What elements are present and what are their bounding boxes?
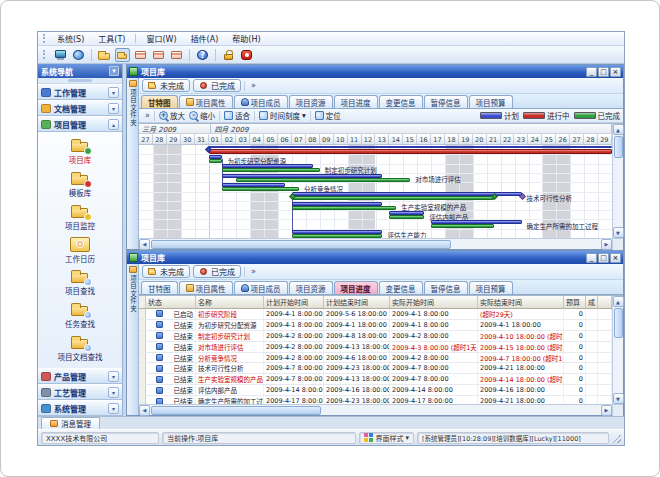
column-header-4[interactable]: 计划结束时间 — [324, 296, 390, 308]
table-row[interactable]: 已结束为初步研究分配资源2009-4-1 8:00:002009-4-1 18:… — [139, 320, 612, 331]
gantt-done-bar[interactable] — [292, 234, 382, 238]
menu-item-1[interactable]: 系统(S) — [50, 32, 91, 45]
table-row[interactable]: 已结束技术可行性分析2009-4-7 8:00:002009-4-23 18:0… — [139, 363, 612, 374]
sidebar-group-1[interactable]: 工作管理▾ — [38, 84, 122, 100]
scroll-thumb[interactable] — [614, 308, 623, 338]
interface-style-dropdown[interactable]: 界面样式 ▾ — [359, 432, 414, 444]
scroll-left-icon[interactable]: ◀ — [139, 239, 150, 250]
menu-item-5[interactable]: 帮助(H) — [225, 32, 267, 45]
gantt-done-bar[interactable] — [431, 224, 494, 228]
gantt-tool-2[interactable]: -缩小 — [189, 110, 215, 121]
menu-item-4[interactable]: 插件(A) — [184, 32, 226, 45]
chevron-down-icon[interactable]: ▾ — [108, 387, 119, 398]
lock-icon[interactable] — [221, 48, 236, 62]
column-header-6[interactable]: 实际结束时间 — [478, 296, 564, 308]
gantt-done-bar[interactable] — [389, 215, 424, 219]
table-vertical-scrollbar[interactable]: ▲ ▼ — [612, 296, 623, 404]
folder-icon[interactable] — [97, 48, 112, 62]
scroll-up-icon[interactable]: ▲ — [613, 296, 624, 307]
message-icon-3[interactable] — [169, 48, 184, 62]
stop-icon[interactable] — [239, 48, 254, 62]
scroll-down-icon[interactable]: ▼ — [613, 393, 624, 404]
minimize-icon[interactable]: _ — [586, 67, 597, 77]
tab-甘特图[interactable]: 甘特图 — [141, 281, 178, 294]
scroll-right-icon[interactable]: ▶ — [601, 239, 612, 250]
overflow-chevron-icon[interactable]: » — [145, 111, 150, 120]
chevron-up-icon[interactable]: ▴ — [108, 119, 119, 130]
column-header-7[interactable]: 预算 — [564, 296, 586, 308]
side-tab-project-folders[interactable]: 项目文件夹 — [127, 264, 139, 415]
resize-grip[interactable] — [613, 433, 621, 443]
close-icon[interactable]: × — [610, 67, 621, 77]
sidebar-item-link[interactable]: 项目监控 — [65, 204, 95, 231]
sidebar-group-4[interactable]: 产品管理▾ — [38, 368, 122, 384]
sidebar-item-link[interactable]: 工作日历 — [65, 237, 95, 264]
tab-项目预算[interactable]: 项目预算 — [469, 281, 513, 294]
finished-button[interactable]: 已完成 — [193, 79, 241, 92]
menu-item-3[interactable]: 窗口(W) — [139, 32, 183, 45]
scroll-thumb[interactable] — [614, 136, 623, 158]
scroll-right-icon[interactable]: ▶ — [601, 405, 612, 416]
minimize-icon[interactable]: _ — [586, 253, 597, 263]
tab-项目资源[interactable]: 项目资源 — [289, 281, 333, 294]
maximize-icon[interactable]: □ — [598, 253, 609, 263]
close-icon[interactable]: × — [610, 253, 621, 263]
gantt-horizontal-scrollbar[interactable]: ◀ ▶ — [139, 238, 623, 249]
maximize-icon[interactable]: □ — [598, 67, 609, 77]
tab-项目成员[interactable]: 项目成员 — [234, 281, 288, 294]
sidebar-group-5[interactable]: 工艺管理▾ — [38, 384, 122, 400]
tab-暂停信息[interactable]: 暂停信息 — [424, 281, 468, 294]
gantt-done-bar[interactable] — [292, 206, 396, 210]
gantt-plan-bar[interactable] — [292, 202, 382, 206]
computer-icon[interactable] — [53, 48, 68, 62]
tab-项目预算[interactable]: 项目预算 — [469, 95, 513, 108]
table-row[interactable]: 已结束确定生产所需的加工过程2009-4-17 8:00:002009-4-23… — [139, 396, 612, 404]
sidebar-item-link[interactable]: 模板库 — [69, 171, 92, 198]
scroll-left-icon[interactable]: ◀ — [139, 405, 150, 416]
table-row[interactable]: 已结束对市场进行评估2009-4-2 8:00:002009-4-13 18:0… — [139, 342, 612, 353]
overflow-chevron-icon[interactable]: » — [251, 267, 256, 276]
help-icon[interactable] — [195, 48, 210, 62]
chevron-down-icon[interactable]: ▾ — [108, 371, 119, 382]
gantt-done-bar[interactable] — [222, 187, 299, 191]
folder-open-icon[interactable] — [115, 48, 130, 62]
chevron-down-icon[interactable]: ▾ — [108, 87, 119, 98]
tab-甘特图[interactable]: 甘特图 — [141, 95, 178, 108]
sidebar-group-2[interactable]: 文档管理▾ — [38, 100, 122, 116]
tab-message-management[interactable]: 消息管理 — [41, 417, 100, 429]
message-icon-2[interactable] — [151, 48, 166, 62]
sidebar-group-3[interactable]: 项目管理▴ — [38, 116, 122, 132]
tab-项目进度[interactable]: 项目进度 — [334, 281, 378, 294]
globe-icon[interactable] — [71, 48, 86, 62]
unfinished-button[interactable]: 未完成 — [142, 79, 190, 92]
sidebar-item-link[interactable]: 项目文档查找 — [58, 335, 103, 362]
toolbar-grip[interactable] — [43, 50, 45, 59]
gantt-summary-plan-bar[interactable] — [209, 146, 612, 148]
gantt-vertical-scrollbar[interactable]: ▲ ▼ — [612, 124, 623, 238]
tab-变更信息[interactable]: 变更信息 — [379, 281, 423, 294]
table-row[interactable]: 已结束评估内部产品2009-4-14 8:00:002009-4-16 18:0… — [139, 385, 612, 396]
sidebar-item-link[interactable]: 项目查找 — [65, 269, 95, 296]
column-header-3[interactable]: 计划开始时间 — [264, 296, 324, 308]
menu-item-2[interactable]: 工具(T) — [91, 32, 132, 45]
chevron-down-icon[interactable]: ▾ — [108, 403, 119, 414]
overflow-chevron-icon[interactable]: » — [251, 81, 256, 90]
panel-titlebar[interactable]: 项目库 _ □ × — [127, 65, 623, 78]
tab-项目进度[interactable]: 项目进度 — [334, 95, 378, 108]
gantt-done-bar[interactable] — [292, 196, 494, 200]
column-header-5[interactable]: 实际开始时间 — [390, 296, 478, 308]
scroll-up-icon[interactable]: ▲ — [613, 124, 624, 135]
table-horizontal-scrollbar[interactable]: ◀ ▶ — [139, 404, 623, 415]
tab-项目属性[interactable]: 项目属性 — [179, 95, 233, 108]
menubar-grip[interactable] — [43, 34, 45, 43]
side-tab-project-folders[interactable]: 项目文件夹 — [127, 78, 139, 249]
gantt-tool-4[interactable]: 时间刻度▾ — [259, 110, 306, 121]
tab-项目属性[interactable]: 项目属性 — [179, 281, 233, 294]
message-icon-1[interactable] — [133, 48, 148, 62]
unfinished-button[interactable]: 未完成 — [142, 265, 190, 278]
gantt-tool-1[interactable]: +放大 — [159, 110, 185, 121]
table-row[interactable]: 已结束制定初步研究计划2009-4-2 8:00:002009-4-8 18:0… — [139, 331, 612, 342]
gantt-done-bar[interactable] — [222, 168, 319, 172]
table-row[interactable]: 已启动初步研究阶段2009-4-1 8:00:002009-5-6 18:00:… — [139, 309, 612, 320]
panel-titlebar[interactable]: 项目库 _ □ × — [127, 251, 623, 264]
